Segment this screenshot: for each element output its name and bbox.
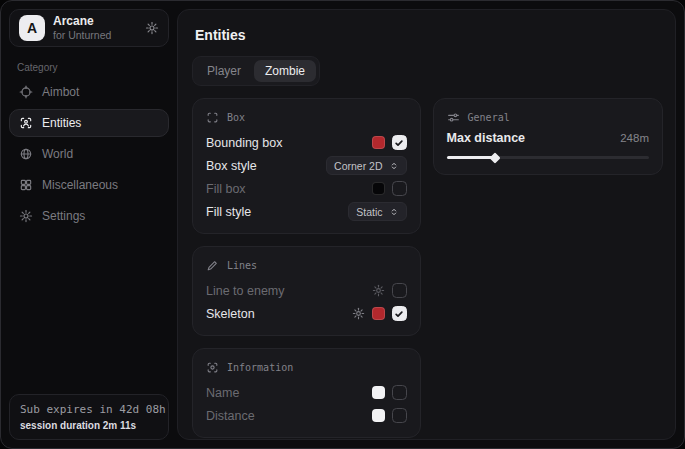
sidebar-item-label: Miscellaneous — [42, 178, 118, 192]
row-distance: Distance — [206, 404, 407, 427]
color-swatch[interactable] — [372, 409, 385, 422]
box-style-select[interactable]: Corner 2D — [326, 156, 406, 175]
scan-person-icon — [19, 116, 33, 130]
box-card: Box Bounding box Box style — [192, 98, 421, 234]
entity-tabs: Player Zombie — [192, 56, 320, 86]
card-title: Lines — [227, 260, 257, 271]
grid-icon — [19, 178, 33, 192]
distance-checkbox[interactable] — [392, 408, 407, 423]
select-value: Corner 2D — [334, 160, 382, 172]
card-title: Box — [227, 112, 245, 123]
row-fill-style: Fill style Static — [206, 200, 407, 223]
app-title: Arcane — [53, 15, 111, 29]
main-panel: Entities Player Zombie Box — [177, 9, 676, 440]
color-swatch[interactable] — [372, 182, 385, 195]
row-label: Bounding box — [206, 136, 282, 150]
category-label: Category — [17, 62, 161, 73]
fill-box-checkbox[interactable] — [392, 181, 407, 196]
app-subtitle: for Unturned — [53, 29, 111, 41]
gear-icon — [19, 209, 33, 223]
app-window: A Arcane for Unturned Category — [0, 0, 685, 449]
sidebar-item-label: Settings — [42, 209, 85, 223]
row-label: Name — [206, 386, 239, 400]
row-max-distance: Max distance 248m — [447, 131, 649, 145]
sidebar-item-world[interactable]: World — [9, 140, 169, 168]
general-card: General Max distance 248m — [433, 98, 663, 175]
slider-label: Max distance — [447, 131, 526, 145]
subscription-status-card: Sub expires in 42d 08h session duration … — [9, 394, 169, 440]
color-swatch[interactable] — [372, 136, 385, 149]
color-swatch[interactable] — [372, 307, 385, 320]
row-label: Line to enemy — [206, 284, 285, 298]
sidebar-item-settings[interactable]: Settings — [9, 202, 169, 230]
row-label: Distance — [206, 409, 255, 423]
fill-style-select[interactable]: Static — [348, 202, 406, 221]
crosshair-icon — [19, 85, 33, 99]
app-logo: A — [19, 15, 45, 41]
chevrons-up-down-icon — [389, 207, 399, 217]
tab-player[interactable]: Player — [196, 60, 252, 82]
chevrons-up-down-icon — [389, 161, 399, 171]
gear-icon[interactable] — [372, 284, 385, 297]
slider-thumb[interactable] — [489, 152, 500, 163]
sidebar-item-entities[interactable]: Entities — [9, 109, 169, 137]
skeleton-checkbox[interactable] — [392, 306, 407, 321]
sidebar-nav: Aimbot Entities — [9, 78, 169, 230]
max-distance-slider[interactable] — [447, 153, 649, 162]
row-bounding-box: Bounding box — [206, 131, 407, 154]
row-box-style: Box style Corner 2D — [206, 154, 407, 177]
row-fill-box: Fill box — [206, 177, 407, 200]
line-to-enemy-checkbox[interactable] — [392, 283, 407, 298]
sub-expiry-text: Sub expires in 42d 08h — [20, 403, 158, 416]
card-title: General — [468, 112, 510, 123]
sidebar: A Arcane for Unturned Category — [1, 1, 177, 448]
slider-value: 248m — [620, 132, 649, 144]
row-label: Fill box — [206, 182, 246, 196]
row-label: Skeleton — [206, 307, 255, 321]
name-checkbox[interactable] — [392, 385, 407, 400]
sidebar-item-label: Aimbot — [42, 85, 79, 99]
page-title: Entities — [195, 27, 658, 43]
tab-zombie[interactable]: Zombie — [254, 60, 316, 82]
row-name: Name — [206, 381, 407, 404]
sidebar-item-label: World — [42, 147, 73, 161]
pencil-icon — [206, 259, 219, 272]
gear-icon[interactable] — [145, 21, 159, 35]
information-card: Information Name Distance — [192, 348, 421, 438]
brand-card: A Arcane for Unturned — [9, 9, 169, 47]
row-label: Fill style — [206, 205, 251, 219]
row-label: Box style — [206, 159, 257, 173]
card-title: Information — [227, 362, 293, 373]
select-value: Static — [356, 206, 382, 218]
sidebar-item-miscellaneous[interactable]: Miscellaneous — [9, 171, 169, 199]
gear-icon[interactable] — [352, 307, 365, 320]
row-skeleton: Skeleton — [206, 302, 407, 325]
row-line-to-enemy: Line to enemy — [206, 279, 407, 302]
slider-fill — [447, 156, 496, 159]
sidebar-item-label: Entities — [42, 116, 81, 130]
sidebar-item-aimbot[interactable]: Aimbot — [9, 78, 169, 106]
info-scan-icon — [206, 361, 219, 374]
globe-icon — [19, 147, 33, 161]
lines-card: Lines Line to enemy — [192, 246, 421, 336]
color-swatch[interactable] — [372, 386, 385, 399]
sliders-icon — [447, 111, 460, 124]
bounding-box-checkbox[interactable] — [392, 135, 407, 150]
session-duration-text: session duration 2m 11s — [20, 420, 158, 431]
scan-icon — [206, 111, 219, 124]
